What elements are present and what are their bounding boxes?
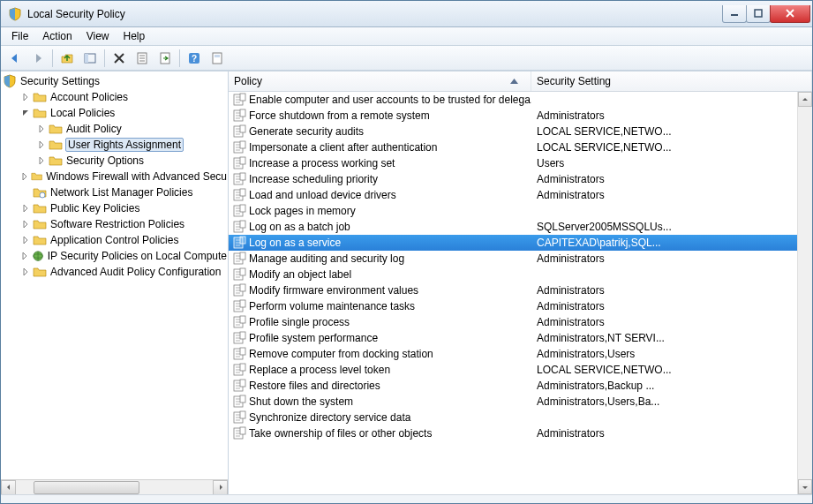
- minimize-button[interactable]: [722, 5, 747, 23]
- tree-pane: Security SettingsAccount PoliciesLocal P…: [1, 71, 229, 494]
- menubar: File Action View Help: [1, 27, 812, 46]
- policy-name: Log on as a service: [249, 237, 341, 249]
- titlebar[interactable]: Local Security Policy: [1, 1, 812, 27]
- folder-icon: [33, 217, 47, 231]
- forward-button[interactable]: [27, 48, 49, 69]
- tree-item[interactable]: Application Control Policies: [1, 232, 228, 248]
- tree-item[interactable]: Network List Manager Policies: [1, 184, 228, 200]
- folder-icon: [49, 122, 63, 136]
- horizontal-scrollbar[interactable]: [1, 479, 228, 494]
- help-button[interactable]: ?: [184, 48, 205, 69]
- policy-row[interactable]: Load and unload device driversAdministra…: [229, 187, 812, 203]
- menu-view[interactable]: View: [79, 28, 117, 44]
- tree-root[interactable]: Security Settings: [1, 73, 228, 89]
- expander-icon[interactable]: [20, 171, 29, 182]
- delete-button[interactable]: [109, 48, 130, 69]
- scroll-right-button[interactable]: [213, 480, 228, 495]
- policy-name: Profile single process: [249, 316, 350, 328]
- expander-icon[interactable]: [20, 235, 31, 245]
- policy-row[interactable]: Log on as a batch jobSQLServer2005MSSQLU…: [229, 219, 812, 235]
- expander-icon[interactable]: [36, 139, 47, 150]
- show-hide-tree-button[interactable]: [79, 48, 101, 69]
- policy-row[interactable]: Profile system performanceAdministrators…: [229, 330, 812, 346]
- policy-icon: [232, 93, 246, 107]
- export-button[interactable]: [154, 48, 176, 69]
- policy-row[interactable]: Increase a process working setUsers: [229, 155, 812, 171]
- up-button[interactable]: [56, 48, 78, 69]
- policy-row[interactable]: Lock pages in memory: [229, 203, 812, 219]
- policy-row[interactable]: Replace a process level tokenLOCAL SERVI…: [229, 362, 812, 378]
- policy-row[interactable]: Force shutdown from a remote systemAdmin…: [229, 108, 812, 124]
- tree-item[interactable]: Advanced Audit Policy Configuration: [1, 264, 228, 280]
- policy-icon: [232, 252, 246, 266]
- policy-row[interactable]: Generate security auditsLOCAL SERVICE,NE…: [229, 124, 812, 139]
- expander-icon[interactable]: [20, 92, 31, 102]
- expander-icon[interactable]: [20, 267, 31, 277]
- expander-icon[interactable]: [20, 203, 31, 214]
- back-button[interactable]: [4, 48, 26, 69]
- policy-row[interactable]: Increase scheduling priorityAdministrato…: [229, 171, 812, 187]
- tree-item[interactable]: IP Security Policies on Local Compute: [1, 248, 228, 264]
- tree-item[interactable]: Account Policies: [1, 89, 228, 105]
- menu-file[interactable]: File: [4, 28, 35, 44]
- svg-rect-11: [213, 53, 222, 64]
- expander-icon[interactable]: [36, 124, 47, 134]
- policy-icon: [232, 220, 246, 234]
- policy-row[interactable]: Manage auditing and security logAdminist…: [229, 251, 812, 267]
- policy-row[interactable]: Log on as a serviceCAPITEXAD\patrikj,SQL…: [229, 235, 812, 251]
- expander-icon[interactable]: [20, 108, 31, 118]
- column-header-policy[interactable]: Policy: [229, 71, 531, 91]
- policy-name: Modify firmware environment values: [249, 284, 418, 297]
- scroll-thumb[interactable]: [34, 481, 139, 494]
- policy-row[interactable]: Take ownership of files or other objects…: [229, 425, 812, 441]
- svg-rect-88: [240, 316, 245, 323]
- policy-icon: [232, 204, 246, 218]
- properties-button[interactable]: [132, 48, 153, 69]
- scroll-down-button[interactable]: [798, 479, 812, 494]
- expander-icon[interactable]: [36, 155, 47, 166]
- vertical-scrollbar[interactable]: [797, 92, 812, 494]
- setting-cell: Administrators: [531, 173, 812, 185]
- svg-rect-78: [240, 284, 245, 291]
- tree-item[interactable]: User Rights Assignment: [1, 137, 228, 153]
- expander-icon[interactable]: [20, 219, 31, 229]
- policy-cell: Load and unload device drivers: [229, 188, 531, 202]
- policy-name: Profile system performance: [249, 332, 378, 344]
- close-button[interactable]: [770, 5, 810, 23]
- column-header-setting[interactable]: Security Setting: [531, 71, 812, 91]
- expander-icon[interactable]: [20, 251, 30, 261]
- policy-row[interactable]: Restore files and directoriesAdministrat…: [229, 378, 812, 394]
- tree-item[interactable]: Public Key Policies: [1, 200, 228, 216]
- policy-list[interactable]: Enable computer and user accounts to be …: [229, 92, 812, 494]
- policy-row[interactable]: Remove computer from docking stationAdmi…: [229, 346, 812, 362]
- svg-rect-103: [240, 364, 245, 371]
- policy-row[interactable]: Modify an object label: [229, 267, 812, 282]
- svg-rect-73: [240, 268, 245, 275]
- svg-rect-12: [215, 55, 220, 57]
- refresh-button[interactable]: [207, 48, 228, 69]
- tree-item[interactable]: Windows Firewall with Advanced Secu: [1, 169, 228, 184]
- menu-help[interactable]: Help: [117, 28, 153, 44]
- policy-name: Enable computer and user accounts to be …: [249, 94, 531, 106]
- expander-icon[interactable]: [20, 187, 31, 198]
- tree-item[interactable]: Software Restriction Policies: [1, 216, 228, 232]
- security-settings-tree[interactable]: Security SettingsAccount PoliciesLocal P…: [1, 71, 228, 479]
- policy-row[interactable]: Impersonate a client after authenticatio…: [229, 139, 812, 155]
- maximize-button[interactable]: [746, 5, 771, 23]
- policy-row[interactable]: Synchronize directory service data: [229, 410, 812, 425]
- scroll-up-button[interactable]: [798, 92, 812, 107]
- policy-row[interactable]: Enable computer and user accounts to be …: [229, 92, 812, 108]
- tree-item[interactable]: Local Policies: [1, 105, 228, 121]
- policy-row[interactable]: Modify firmware environment valuesAdmini…: [229, 282, 812, 298]
- scroll-track[interactable]: [16, 480, 213, 495]
- scroll-left-button[interactable]: [1, 480, 16, 495]
- policy-row[interactable]: Perform volume maintenance tasksAdminist…: [229, 298, 812, 314]
- policy-row[interactable]: Shut down the systemAdministrators,Users…: [229, 394, 812, 410]
- tree-label: Application Control Policies: [49, 234, 179, 246]
- tree-item[interactable]: Security Options: [1, 153, 228, 169]
- svg-rect-23: [240, 109, 245, 117]
- policy-icon: [232, 188, 246, 202]
- policy-row[interactable]: Profile single processAdministrators: [229, 314, 812, 330]
- menu-action[interactable]: Action: [35, 28, 79, 44]
- tree-item[interactable]: Audit Policy: [1, 121, 228, 137]
